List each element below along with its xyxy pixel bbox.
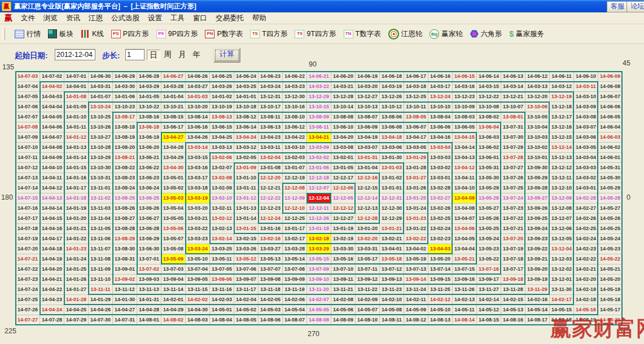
date-cell[interactable]: 13-12-12 [550, 163, 574, 173]
date-cell[interactable]: 13-06-05 [453, 122, 477, 133]
date-cell[interactable]: 14-05-15 [550, 305, 574, 315]
date-cell[interactable]: 14-03-03 [574, 163, 598, 173]
date-cell[interactable]: 13-09-27 [525, 193, 550, 204]
date-cell[interactable]: 13-10-17 [259, 102, 283, 112]
date-cell[interactable]: 13-06-04 [477, 122, 501, 133]
date-cell[interactable]: 14-06-28 [137, 72, 161, 82]
date-cell[interactable]: 14-03-14 [501, 82, 525, 92]
date-cell[interactable]: 14-08-08 [307, 315, 331, 325]
date-cell[interactable]: 14-03-10 [574, 92, 598, 102]
date-cell[interactable]: 13-01-05 [331, 163, 356, 173]
date-cell[interactable]: 14-07-14 [16, 183, 40, 193]
date-cell[interactable]: 14-05-09 [404, 305, 428, 315]
date-cell[interactable]: 14-01-24 [64, 254, 89, 264]
date-cell[interactable]: 13-09-30 [525, 163, 550, 173]
date-cell[interactable]: 14-02-04 [234, 295, 259, 305]
date-cell[interactable]: 13-02-05 [234, 153, 259, 163]
date-cell[interactable]: 14-07-10 [16, 143, 40, 153]
date-cell[interactable]: 13-10-25 [89, 112, 113, 122]
date-cell[interactable]: 14-05-22 [598, 254, 623, 264]
date-cell[interactable]: 13-03-25 [210, 244, 234, 254]
date-cell[interactable]: 14-01-01 [234, 92, 259, 102]
date-cell[interactable]: 14-04-25 [64, 305, 89, 315]
date-cell[interactable]: 14-06-03 [598, 133, 623, 143]
date-cell[interactable]: 14-07-23 [16, 275, 40, 285]
date-cell[interactable]: 12-12-16 [356, 173, 380, 183]
date-cell[interactable]: 14-01-20 [64, 214, 89, 224]
date-cell[interactable]: 13-03-11 [259, 143, 283, 153]
date-cell[interactable]: 13-08-04 [428, 112, 453, 122]
date-cell[interactable]: 13-09-08 [259, 275, 283, 285]
date-cell[interactable]: 14-04-15 [40, 214, 64, 224]
date-cell[interactable]: 13-12-31 [259, 92, 283, 102]
date-cell[interactable]: 13-07-19 [501, 244, 525, 254]
date-cell[interactable]: 13-08-22 [113, 163, 137, 173]
date-cell[interactable]: 14-08-17 [525, 315, 550, 325]
date-cell[interactable]: 13-03-20 [186, 204, 210, 214]
date-cell[interactable]: 13-05-01 [161, 173, 186, 183]
date-cell[interactable]: 13-06-07 [404, 122, 428, 133]
date-cell[interactable]: 13-07-31 [501, 122, 525, 133]
date-cell[interactable]: 13-04-09 [453, 193, 477, 204]
date-cell[interactable]: 14-03-29 [137, 82, 161, 92]
date-cell[interactable]: 13-03-08 [331, 143, 356, 153]
date-cell[interactable]: 13-06-08 [380, 122, 404, 133]
date-cell[interactable]: 14-06-27 [161, 72, 186, 82]
date-cell[interactable]: 13-07-12 [380, 264, 404, 275]
date-cell[interactable]: 14-02-15 [501, 295, 525, 305]
date-cell[interactable]: 13-11-13 [137, 285, 161, 295]
date-cell[interactable]: 13-09-11 [331, 275, 356, 285]
date-cell[interactable]: 14-08-15 [477, 315, 501, 325]
date-cell[interactable]: 14-08-01 [137, 315, 161, 325]
toolbar-button-赢家轮[interactable]: Big赢家轮 [430, 29, 463, 39]
date-cell[interactable]: 13-11-18 [259, 285, 283, 295]
date-cell[interactable]: 13-11-27 [477, 285, 501, 295]
date-cell[interactable]: 13-07-04 [186, 264, 210, 275]
date-cell[interactable]: 13-11-12 [113, 285, 137, 295]
date-cell[interactable]: 13-02-16 [259, 234, 283, 244]
date-cell[interactable]: 13-04-22 [283, 133, 307, 143]
date-cell[interactable]: 13-12-14 [550, 143, 574, 153]
date-cell[interactable]: 13-03-07 [356, 143, 380, 153]
date-cell[interactable]: 14-05-25 [598, 224, 623, 234]
date-cell[interactable]: 14-04-24 [40, 305, 64, 315]
date-cell[interactable]: 14-01-07 [89, 92, 113, 102]
date-cell[interactable]: 13-10-09 [453, 102, 477, 112]
date-cell[interactable]: 13-03-27 [259, 244, 283, 254]
date-cell[interactable]: 14-02-12 [428, 295, 453, 305]
date-cell[interactable]: 13-03-02 [428, 163, 453, 173]
date-cell[interactable]: 14-07-16 [16, 204, 40, 214]
date-cell[interactable]: 13-10-24 [89, 102, 113, 112]
date-cell[interactable]: 13-04-19 [356, 133, 380, 143]
date-cell[interactable]: 14-04-16 [40, 224, 64, 234]
date-cell[interactable]: 14-01-04 [161, 92, 186, 102]
date-cell[interactable]: 13-08-10 [283, 112, 307, 122]
date-cell[interactable]: 12-12-28 [356, 214, 380, 224]
date-cell[interactable]: 13-04-23 [259, 133, 283, 143]
date-cell[interactable]: 14-08-10 [356, 315, 380, 325]
date-cell[interactable]: 13-10-02 [525, 143, 550, 153]
date-cell[interactable]: 13-10-13 [356, 102, 380, 112]
date-cell[interactable]: 14-03-20 [356, 82, 380, 92]
toolbar-button-赢家服务[interactable]: $赢家服务 [509, 29, 544, 39]
date-cell[interactable]: 13-03-21 [186, 214, 210, 224]
date-cell[interactable]: 13-04-14 [453, 143, 477, 153]
date-cell[interactable]: 13-08-08 [331, 112, 356, 122]
date-cell[interactable]: 13-05-19 [404, 254, 428, 264]
date-cell[interactable]: 13-04-02 [404, 244, 428, 254]
date-cell[interactable]: 12-12-23 [259, 204, 283, 214]
date-cell[interactable]: 13-05-09 [161, 254, 186, 264]
date-cell[interactable]: 13-03-24 [186, 244, 210, 254]
date-cell[interactable]: 14-06-10 [574, 72, 598, 82]
date-cell[interactable]: 14-04-28 [137, 305, 161, 315]
date-cell[interactable]: 13-03-26 [234, 244, 259, 254]
date-cell[interactable]: 14-04-26 [89, 305, 113, 315]
date-cell[interactable]: 14-03-26 [210, 82, 234, 92]
date-cell[interactable]: 13-02-28 [428, 183, 453, 193]
date-cell[interactable]: 12-12-09 [283, 193, 307, 204]
date-cell[interactable]: 14-06-29 [113, 72, 137, 82]
date-cell[interactable]: 14-01-08 [64, 92, 89, 102]
date-cell[interactable]: 13-12-11 [550, 173, 574, 183]
date-cell[interactable]: 13-06-16 [186, 122, 210, 133]
date-cell[interactable]: 14-04-20 [40, 264, 64, 275]
